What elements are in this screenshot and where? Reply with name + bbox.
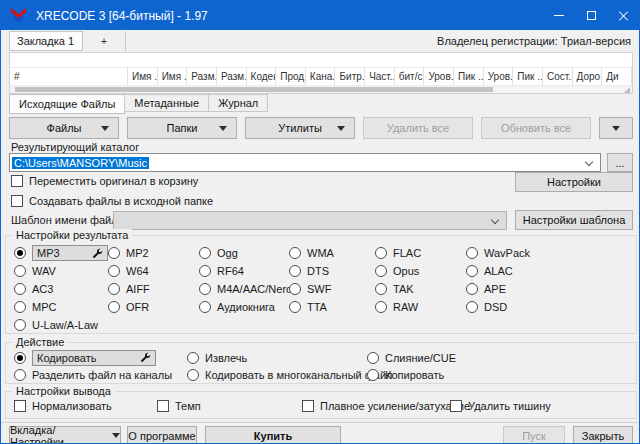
column-header[interactable]: Част... — [365, 68, 395, 85]
format-option-wav[interactable]: WAV — [14, 262, 108, 280]
move-original-checkbox[interactable]: Переместить оригинал в корзину — [11, 175, 198, 187]
chevron-down-icon[interactable] — [585, 157, 593, 165]
format-option-ape[interactable]: APE — [466, 280, 636, 298]
column-header[interactable]: Битр... — [335, 68, 365, 85]
output-dir-combobox[interactable]: C:\Users\MANSORY\Music — [9, 153, 601, 172]
action-extract[interactable]: Извлечь — [187, 349, 367, 366]
wrench-icon[interactable] — [92, 248, 103, 259]
format-option-tta[interactable]: TTA — [289, 298, 375, 316]
minimize-button[interactable] — [543, 1, 575, 30]
format-option-swf[interactable]: SWF — [289, 280, 375, 298]
selected-format-box[interactable]: MP3 — [32, 245, 108, 261]
wrench-icon[interactable] — [140, 352, 151, 363]
format-option-wavpack[interactable]: WavPack — [466, 244, 636, 262]
about-label: О программе — [128, 430, 195, 442]
workspace-tab-1[interactable]: Закладка 1 — [9, 31, 83, 51]
column-header[interactable]: Уров... — [484, 68, 514, 85]
column-header[interactable]: Имя ... — [128, 68, 158, 85]
column-header[interactable]: Разм... — [187, 68, 217, 85]
file-list-empty-area[interactable] — [10, 53, 632, 67]
radio-icon — [14, 319, 26, 331]
chevron-down-icon[interactable] — [491, 215, 499, 223]
result-settings-group: Настройки результата MP3 MP2 Ogg WMA FLA… — [5, 235, 637, 334]
format-option-flac[interactable]: FLAC — [375, 244, 466, 262]
column-header[interactable]: # — [10, 68, 128, 85]
horizontal-scrollbar[interactable] — [10, 85, 632, 93]
selected-action-box[interactable]: Кодировать — [32, 350, 156, 366]
action-encode-multichannel[interactable]: Кодировать в многоканальный файл — [187, 366, 367, 383]
output-fade-checkbox[interactable]: Плавное усиление/затухание — [302, 397, 450, 414]
radio-icon — [289, 247, 301, 259]
action-encode[interactable]: Кодировать — [14, 349, 187, 366]
add-tab-button[interactable]: + — [83, 31, 125, 51]
toolbar-more-button[interactable] — [599, 117, 633, 139]
close-button[interactable] — [607, 1, 639, 30]
format-option-wma[interactable]: WMA — [289, 244, 375, 262]
output-tempo-checkbox[interactable]: Темп — [157, 397, 302, 414]
format-option-ofr[interactable]: OFR — [108, 298, 199, 316]
close-icon — [618, 10, 629, 21]
column-header[interactable]: Кана... — [306, 68, 336, 85]
format-option-ogg[interactable]: Ogg — [199, 244, 289, 262]
tab-metadata[interactable]: Метаданные — [124, 94, 209, 112]
folders-menu-button[interactable]: Папки — [127, 117, 237, 139]
output-dir-value: C:\Users\MANSORY\Music — [12, 157, 149, 169]
output-remove-silence-checkbox[interactable]: Удалить тишину — [450, 397, 636, 414]
column-header[interactable]: Прод... — [276, 68, 306, 85]
format-option-dts[interactable]: DTS — [289, 262, 375, 280]
column-header[interactable]: Разм... — [217, 68, 247, 85]
about-button[interactable]: О программе — [127, 426, 197, 444]
format-option-raw[interactable]: RAW — [375, 298, 466, 316]
utilities-menu-button[interactable]: Утилиты — [245, 117, 355, 139]
format-option-mp2[interactable]: MP2 — [108, 244, 199, 262]
column-header[interactable]: Доро... — [573, 68, 603, 85]
template-settings-button[interactable]: Настройки шаблона — [515, 210, 633, 230]
format-option-tak[interactable]: TAK — [375, 280, 466, 298]
scrollbar-thumb[interactable] — [15, 87, 493, 92]
radio-icon — [108, 247, 120, 259]
column-header[interactable]: Пик ... — [513, 68, 543, 85]
format-option-audiobook[interactable]: Аудиокнига — [199, 298, 289, 316]
radio-icon — [108, 265, 120, 277]
format-option-aiff[interactable]: AIFF — [108, 280, 199, 298]
format-option-u-law-a-law[interactable]: U-Law/A-Law — [14, 316, 108, 334]
column-header[interactable]: бит/с — [395, 68, 425, 85]
column-header[interactable]: Имя ... — [158, 68, 188, 85]
action-copy[interactable]: Копировать — [367, 366, 636, 383]
format-option-dsd[interactable]: DSD — [466, 298, 636, 316]
column-header[interactable]: Пик ... — [454, 68, 484, 85]
refresh-all-button[interactable]: Обновить все — [481, 117, 591, 139]
format-option-ac3[interactable]: AC3 — [14, 280, 108, 298]
filename-template-combobox[interactable] — [113, 211, 507, 230]
action-split-channels[interactable]: Разделить файл на каналы — [14, 366, 187, 383]
format-option-w64[interactable]: W64 — [108, 262, 199, 280]
delete-all-button[interactable]: Удалить все — [363, 117, 473, 139]
resize-grip-icon[interactable] — [624, 87, 630, 93]
column-header[interactable]: Уров... — [424, 68, 454, 85]
format-option-opus[interactable]: Opus — [375, 262, 466, 280]
format-option-m4a-aac-nero[interactable]: M4A/AAC/Nero — [199, 280, 289, 298]
close-window-button[interactable]: Закрыть — [573, 426, 633, 444]
group-legend: Настройки результата — [12, 229, 132, 241]
start-button[interactable]: Пуск — [503, 426, 565, 444]
tab-outgoing-files[interactable]: Исходящие Файлы — [9, 94, 125, 114]
tab-settings-button[interactable]: Вкладка/Настройки — [9, 426, 121, 444]
maximize-button[interactable] — [575, 1, 607, 30]
format-option-rf64[interactable]: RF64 — [199, 262, 289, 280]
settings-button[interactable]: Настройки — [515, 172, 633, 192]
column-header[interactable]: Сост... — [543, 68, 573, 85]
files-menu-button[interactable]: Файлы — [9, 117, 119, 139]
action-merge-cue[interactable]: Слияние/CUE — [367, 349, 636, 366]
file-list-panel[interactable]: # Имя ... Имя ... Разм... Разм... Кодек … — [9, 52, 633, 94]
format-option-mp3[interactable]: MP3 — [14, 244, 108, 262]
column-header[interactable]: Кодек — [247, 68, 277, 85]
buy-button[interactable]: Купить — [205, 426, 341, 444]
browse-button[interactable]: ... — [607, 153, 633, 172]
column-header[interactable]: Ди — [602, 68, 632, 85]
format-option-alac[interactable]: ALAC — [466, 262, 636, 280]
tab-log[interactable]: Журнал — [208, 94, 268, 112]
plus-icon: + — [101, 35, 107, 47]
format-option-mpc[interactable]: MPC — [14, 298, 108, 316]
output-normalize-checkbox[interactable]: Нормализовать — [14, 397, 157, 414]
create-in-source-checkbox[interactable]: Создавать файлы в исходной папке — [11, 195, 213, 207]
